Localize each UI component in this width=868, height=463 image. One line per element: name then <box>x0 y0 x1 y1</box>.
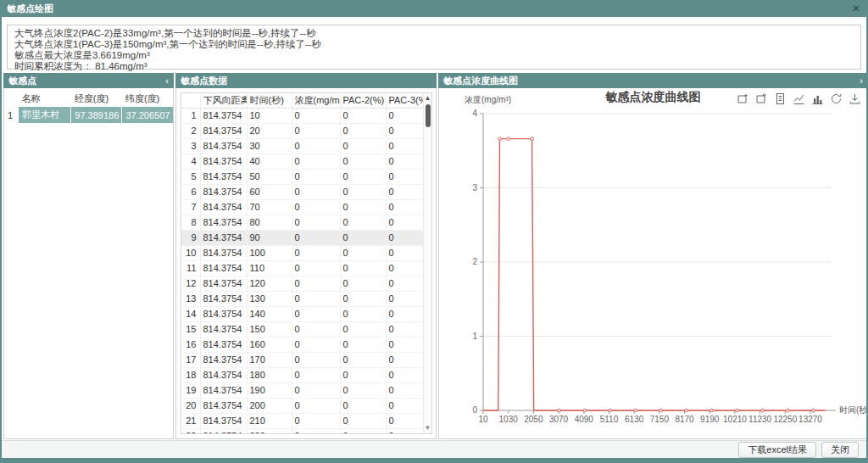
svg-text:2: 2 <box>472 257 477 266</box>
data-panel-header: 敏感点数据 <box>175 73 437 88</box>
info-line-pac3: 大气终点浓度1(PAC-3)是150mg/m³,第一个达到的时间是--秒,持续了… <box>14 40 854 50</box>
svg-text:13270: 13270 <box>798 415 822 424</box>
svg-text:1030: 1030 <box>499 415 519 424</box>
svg-text:5110: 5110 <box>600 415 619 424</box>
info-line-max-concentration: 敏感点最大浓度是3.6619mg/m³ <box>14 51 854 61</box>
data-table-row[interactable]: 2814.375420000 <box>181 123 423 138</box>
data-table-row[interactable]: 1814.375410000 <box>181 108 423 123</box>
scrollbar-thumb[interactable] <box>426 104 431 127</box>
point-lon-cell[interactable]: 97.389186 <box>71 107 122 123</box>
info-line-pac2: 大气终点浓度2(PAC-2)是33mg/m³,第一个达到的时间是--秒,持续了-… <box>14 29 854 39</box>
data-table-row[interactable]: 18814.3754180000 <box>181 367 423 382</box>
data-table-row[interactable]: 9814.375490000 <box>181 230 423 245</box>
marquee-zoom-icon[interactable] <box>737 92 749 105</box>
curve-panel-header: 敏感点浓度曲线图 › <box>438 73 868 88</box>
line-type-icon[interactable] <box>793 92 805 105</box>
svg-text:7150: 7150 <box>650 415 670 424</box>
dialog-titlebar: 敏感点绘图 ✕ <box>0 0 868 17</box>
data-panel-title: 敏感点数据 <box>181 75 227 86</box>
scroll-down-icon[interactable]: ▼ <box>424 424 431 432</box>
data-table-row[interactable]: 5814.375450000 <box>181 169 423 184</box>
sensitive-points-panel: 敏感点 ‹ 名称 经度(度) 纬度(度) 1郭里木村97.38918637.20… <box>3 73 174 439</box>
points-table: 名称 经度(度) 纬度(度) 1郭里木村97.38918637.206507 <box>4 91 173 123</box>
svg-text:4090: 4090 <box>575 415 594 424</box>
data-table-row[interactable]: 7814.375470000 <box>181 199 423 215</box>
data-table-row[interactable]: 19814.3754190000 <box>181 382 423 398</box>
data-table-row[interactable]: 16814.3754160000 <box>181 337 423 352</box>
svg-text:6130: 6130 <box>625 415 644 424</box>
sensitive-point-data-panel: 敏感点数据 下风向距离(m 时间(秒) 浓度(mg/m³) PAC-2(%) P… <box>175 73 437 439</box>
dialog-bottom-border <box>0 458 868 463</box>
concentration-chart[interactable]: 0123410103020503070409051106130715081709… <box>439 88 867 438</box>
svg-text:8170: 8170 <box>675 415 694 424</box>
svg-text:3070: 3070 <box>549 415 569 424</box>
svg-text:12250: 12250 <box>773 415 797 424</box>
data-table-scrollbar[interactable]: ▲ ▼ <box>423 93 431 433</box>
data-table-box: 下风向距离(m 时间(秒) 浓度(mg/m³) PAC-2(%) PAC-3(%… <box>181 92 432 434</box>
col-latitude: 纬度(度) <box>122 91 173 107</box>
data-table-row[interactable]: 6814.375460000 <box>181 184 423 199</box>
data-table-row[interactable]: 8814.375480000 <box>181 215 423 230</box>
svg-text:0: 0 <box>472 405 477 415</box>
data-table-row[interactable]: 3814.375430000 <box>181 138 423 153</box>
col-downwind-distance: 下风向距离(m <box>200 93 247 108</box>
svg-text:3: 3 <box>472 183 477 192</box>
data-table-row[interactable]: 20814.3754200000 <box>181 398 423 413</box>
data-table-row[interactable]: 13814.3754130000 <box>181 291 423 306</box>
collapse-left-icon[interactable]: ‹ <box>165 73 169 88</box>
svg-text:11230: 11230 <box>748 415 772 424</box>
sensitive-points-panel-header: 敏感点 ‹ <box>3 73 174 88</box>
data-table-row[interactable]: 15814.3754150000 <box>181 321 423 337</box>
point-name-cell[interactable]: 郭里木村 <box>19 107 71 123</box>
svg-text:时间(秒): 时间(秒) <box>839 405 867 415</box>
bar-type-icon[interactable] <box>811 92 824 105</box>
point-lat-cell[interactable]: 37.206507 <box>122 107 173 123</box>
info-line-accumulated: 时间累积浓度为： 81.46mg/m³ <box>14 62 854 72</box>
data-table-row[interactable]: 4814.375440000 <box>181 153 423 169</box>
data-table-row[interactable]: 22814.3754220000 <box>181 428 423 433</box>
svg-text:10: 10 <box>478 415 488 424</box>
summary-infobox: 大气终点浓度2(PAC-2)是33mg/m³,第一个达到的时间是--秒,持续了-… <box>7 25 861 70</box>
col-longitude: 经度(度) <box>71 91 122 107</box>
restore-icon[interactable] <box>830 92 843 105</box>
data-table: 下风向距离(m 时间(秒) 浓度(mg/m³) PAC-2(%) PAC-3(%… <box>181 93 423 433</box>
svg-text:4: 4 <box>472 109 477 118</box>
col-time: 时间(秒) <box>247 93 292 108</box>
svg-text:9190: 9190 <box>700 415 720 424</box>
data-table-row[interactable]: 14814.3754140000 <box>181 306 423 321</box>
data-table-row[interactable]: 12814.3754120000 <box>181 276 423 291</box>
sensitive-points-panel-title: 敏感点 <box>8 75 36 86</box>
scroll-up-icon[interactable]: ▲ <box>424 94 431 103</box>
points-table-row[interactable]: 1郭里木村97.38918637.206507 <box>4 107 173 123</box>
svg-text:2050: 2050 <box>524 415 543 424</box>
save-image-icon[interactable] <box>849 92 861 105</box>
col-concentration: 浓度(mg/m³) <box>292 93 340 108</box>
footer-bar: 下载excel结果 关闭 <box>2 440 866 458</box>
concentration-curve-panel: 敏感点浓度曲线图 › 01234101030205030704090511061… <box>438 73 868 439</box>
data-table-row[interactable]: 11814.3754110000 <box>181 260 423 276</box>
col-pac3: PAC-3(%) <box>386 93 423 108</box>
zoom-reset-icon[interactable] <box>755 92 768 105</box>
svg-text:1: 1 <box>472 332 477 341</box>
svg-text:10210: 10210 <box>723 415 747 424</box>
curve-panel-title: 敏感点浓度曲线图 <box>443 75 518 86</box>
close-icon[interactable]: ✕ <box>852 0 860 17</box>
data-table-row[interactable]: 10814.3754100000 <box>181 245 423 260</box>
chart-toolbar <box>737 92 861 105</box>
col-name: 名称 <box>19 91 71 107</box>
close-button[interactable]: 关闭 <box>821 442 859 458</box>
download-excel-button[interactable]: 下载excel结果 <box>738 442 816 458</box>
data-view-icon[interactable] <box>774 92 787 105</box>
col-pac2: PAC-2(%) <box>340 93 386 108</box>
data-table-row[interactable]: 21814.3754210000 <box>181 413 423 428</box>
data-table-row[interactable]: 17814.3754170000 <box>181 352 423 367</box>
expand-right-icon[interactable]: › <box>860 73 863 88</box>
dialog-title: 敏感点绘图 <box>7 3 53 14</box>
